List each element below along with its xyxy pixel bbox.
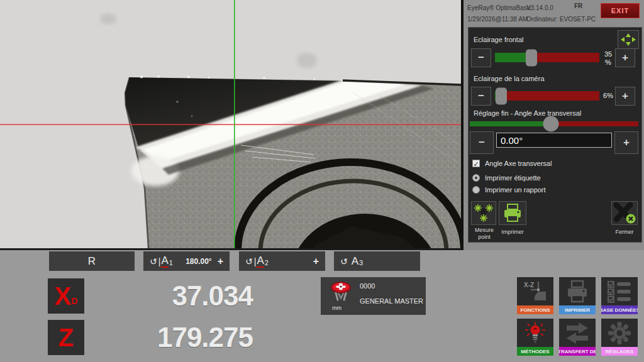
axis-a2-sub: 2 xyxy=(265,259,269,266)
print-label-option[interactable]: Imprimer étiquette xyxy=(472,174,541,182)
axis-a1-sub: 1 xyxy=(169,259,173,266)
gear-icon xyxy=(601,320,638,346)
x-axis-subscript: D xyxy=(71,296,77,306)
computer-name: Ordinateur: EVOSET-PC xyxy=(526,16,596,23)
methodes-button[interactable]: MÉTHODES xyxy=(517,319,553,356)
measure-point-button[interactable] xyxy=(471,201,496,225)
axis-a2-plus-icon[interactable]: + xyxy=(313,256,319,267)
close-x-icon xyxy=(612,202,637,224)
exit-button[interactable]: EXIT xyxy=(601,3,640,18)
rotate-ccw-icon: ↺ xyxy=(340,256,348,266)
rotate-ccw-icon: ↺ xyxy=(245,256,253,266)
radio-unselected-icon[interactable] xyxy=(472,186,480,194)
axis-a1-button[interactable]: ↺ | A 1 180.00° + xyxy=(143,251,230,271)
base-donnees-label: BASE DONNÉES xyxy=(601,305,638,314)
camera-light-plus-button[interactable]: + xyxy=(615,87,635,106)
tool-number: 0000 xyxy=(360,282,375,290)
fine-angle-plus-button[interactable]: + xyxy=(614,131,638,154)
x-axis-value: 37.034 xyxy=(88,280,253,312)
fine-angle-label: Réglage fin - Angle Axe transversal xyxy=(474,109,581,117)
axis-a2-bar: | xyxy=(254,256,257,266)
front-light-slider[interactable] xyxy=(495,53,599,62)
print-label: Imprimer xyxy=(497,229,528,236)
imprimer-button[interactable]: IMPRIMER xyxy=(559,277,596,314)
tool-unit: mm xyxy=(332,305,341,311)
z-axis-value: 179.275 xyxy=(88,322,253,353)
fine-angle-minus-button[interactable]: − xyxy=(470,131,494,154)
axis-a1-bar: | xyxy=(158,256,161,266)
camera-light-value: 6% xyxy=(601,92,615,99)
methodes-label: MÉTHODES xyxy=(517,347,553,356)
fonctions-button[interactable]: X-Z FONCTIONS xyxy=(517,277,553,314)
print-report-option-label: Imprimer un rapport xyxy=(485,186,546,194)
front-light-label: Eclairage frontal xyxy=(474,36,524,43)
axis-a2-letter: A xyxy=(257,255,264,268)
front-light-plus-button[interactable]: + xyxy=(615,48,635,67)
camera-view[interactable] xyxy=(0,0,464,250)
angle-input[interactable]: 0.00° xyxy=(496,133,612,148)
tool-cutter-icon xyxy=(327,280,355,304)
language-indicator[interactable]: FR xyxy=(574,3,582,9)
transfert-button[interactable]: TRANSFERT DE xyxy=(559,319,596,356)
front-light-unit: % xyxy=(601,58,615,66)
tool-info-box[interactable]: mm 0000 GENERAL MASTER xyxy=(321,277,426,315)
lightbulb-icon xyxy=(517,320,553,346)
measure-bursts-icon xyxy=(472,203,495,223)
transfert-label: TRANSFERT DE xyxy=(559,347,596,356)
axis-a1-plus-icon[interactable]: + xyxy=(218,256,223,267)
rotate-ccw-icon: ↺ xyxy=(150,256,157,266)
camera-light-label: Eclairage de la caméra xyxy=(474,75,545,82)
printer-icon xyxy=(559,278,596,305)
z-axis-badge: Z xyxy=(48,320,84,355)
camera-light-thumb[interactable] xyxy=(496,87,507,104)
camera-light-minus-button[interactable]: − xyxy=(471,87,491,106)
x-axis-badge: X D xyxy=(48,278,84,314)
axis-a3-button[interactable]: ↺ A 3 xyxy=(334,251,420,271)
front-light-thumb[interactable] xyxy=(526,49,537,66)
axis-a1-letter: A xyxy=(161,255,168,268)
camera-image xyxy=(0,0,461,248)
axis-a1-angle: 180.00° xyxy=(186,257,212,266)
checklist-icon xyxy=(601,278,638,305)
app-title: EyeRay® OptimaBasic xyxy=(467,4,531,11)
angle-axis-option-label: Angle Axe transversal xyxy=(485,160,552,167)
datetime: 1/29/2026@11:38 AM xyxy=(467,16,528,23)
xz-functions-icon: X-Z xyxy=(517,278,553,305)
axis-r-button[interactable]: R xyxy=(49,251,135,271)
reglages-button[interactable]: RÉGLAGES xyxy=(601,319,638,356)
front-light-minus-button[interactable]: − xyxy=(471,48,491,67)
axis-a3-sub: 3 xyxy=(359,259,363,266)
close-button[interactable] xyxy=(611,201,638,225)
front-light-value: 35 xyxy=(601,50,615,58)
reglages-label: RÉGLAGES xyxy=(601,347,638,356)
jog-arrows-button[interactable] xyxy=(618,30,639,49)
svg-text:X-Z: X-Z xyxy=(524,282,534,288)
print-report-option[interactable]: Imprimer un rapport xyxy=(472,186,546,194)
camera-light-slider[interactable] xyxy=(495,91,599,101)
z-axis-letter: Z xyxy=(58,325,74,350)
transfer-arrows-icon xyxy=(559,320,596,346)
app-version: V3.14.0.0 xyxy=(526,4,553,11)
close-label: Fermer xyxy=(606,229,643,236)
print-label-option-label: Imprimer étiquette xyxy=(485,174,541,182)
angle-axis-option[interactable]: ✓ Angle Axe transversal xyxy=(472,160,552,167)
print-button[interactable] xyxy=(499,201,526,225)
four-arrows-icon xyxy=(620,33,636,47)
tool-name: GENERAL MASTER xyxy=(360,297,423,305)
base-donnees-button[interactable]: BASE DONNÉES xyxy=(601,277,638,314)
axis-r-label: R xyxy=(88,255,96,268)
radio-selected-icon[interactable] xyxy=(472,174,480,182)
axis-a2-button[interactable]: ↺ | A 2 + xyxy=(239,251,325,271)
x-axis-letter: X xyxy=(55,283,72,309)
bottom-bar: R ↺ | A 1 180.00° + ↺ | A 2 + ↺ A 3 X D … xyxy=(0,250,644,362)
checkbox-checked-icon[interactable]: ✓ xyxy=(472,160,480,167)
imprimer-label: IMPRIMER xyxy=(559,305,596,314)
measure-point-label: Mesure point xyxy=(469,227,500,241)
fonctions-label: FONCTIONS xyxy=(517,305,553,314)
fine-angle-fill xyxy=(470,121,551,126)
axis-a3-letter: A xyxy=(352,256,358,267)
printer-icon xyxy=(502,204,523,222)
control-panel: Eclairage frontal − 35 % + Eclairage de … xyxy=(468,27,642,243)
fine-angle-slider[interactable] xyxy=(470,121,638,126)
fine-angle-thumb[interactable] xyxy=(543,116,558,132)
